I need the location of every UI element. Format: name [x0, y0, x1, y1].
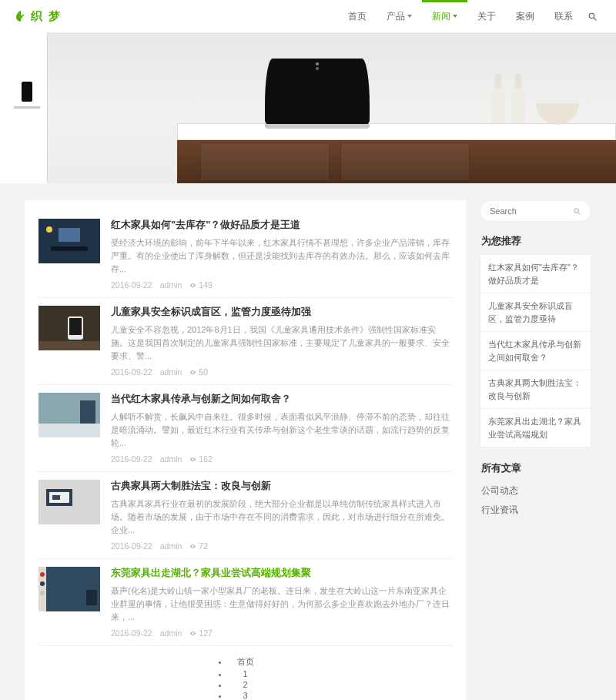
- hero-speaker: [265, 59, 370, 125]
- article-meta: 2016-09-22 admin 72: [111, 541, 452, 551]
- article-thumb[interactable]: [38, 567, 100, 611]
- svg-point-19: [40, 572, 45, 577]
- article-meta: 2016-09-22 admin 127: [111, 628, 452, 638]
- article-title[interactable]: 古典家具两大制胜法宝：改良与创新: [111, 480, 452, 493]
- article-author: admin: [160, 628, 182, 638]
- nav-products[interactable]: 产品: [377, 0, 422, 32]
- article-thumb[interactable]: [38, 393, 100, 437]
- recommend-item[interactable]: 红木家具如何"去库存"？做好品质才是: [480, 255, 591, 293]
- recommend-item[interactable]: 当代红木家具传承与创新之间如何取舍？: [480, 332, 591, 370]
- article-list: 红木家具如何"去库存"？做好品质才是王道 受经济大环境的影响，前年下半年以来，红…: [25, 200, 466, 700]
- article-views: 127: [189, 628, 213, 638]
- article-item: 儿童家具安全标识成盲区，监管力度亟待加强 儿童安全不容忽视，2012年8月1日，…: [38, 298, 452, 385]
- recommend-item[interactable]: 东莞家具出走湖北？家具业尝试高端规划: [480, 409, 591, 447]
- svg-point-20: [40, 581, 45, 586]
- svg-point-0: [589, 13, 594, 18]
- article-date: 2016-09-22: [111, 454, 152, 464]
- article-author: admin: [160, 280, 182, 290]
- article-title[interactable]: 东莞家具出走湖北？家具业尝试高端规划集聚: [111, 567, 452, 580]
- svg-rect-3: [59, 228, 80, 242]
- article-summary: 儿童安全不容忽视，2012年8月1日，我国《儿童家具通用技术条件》强制性国家标准…: [111, 323, 452, 363]
- article-author: admin: [160, 541, 182, 551]
- article-summary: 古典家具家具行业在最初的发展阶段，绝大部分企业都是以单纯仿制传统家具样式进入市场…: [111, 497, 452, 537]
- nav-home[interactable]: 首页: [338, 0, 377, 32]
- logo[interactable]: 织 梦: [14, 9, 62, 24]
- hero-banner: [0, 32, 616, 183]
- article-item: 古典家具两大制胜法宝：改良与创新 古典家具家具行业在最初的发展阶段，绝大部分企业…: [38, 472, 452, 559]
- hero-console: [177, 123, 616, 183]
- article-meta: 2016-09-22 admin 50: [111, 367, 452, 377]
- primary-nav: 首页 产品 新闻 关于 案例 联系: [338, 0, 602, 32]
- nav-news[interactable]: 新闻: [422, 0, 467, 32]
- content-container: 红木家具如何"去库存"？做好品质才是王道 受经济大环境的影响，前年下半年以来，红…: [25, 200, 591, 700]
- nav-cases[interactable]: 案例: [506, 0, 544, 32]
- eye-icon: [189, 630, 196, 637]
- article-author: admin: [160, 367, 182, 377]
- svg-rect-9: [38, 341, 100, 350]
- svg-line-1: [594, 18, 596, 20]
- hero-bowl: [536, 103, 579, 125]
- article-thumb[interactable]: [38, 219, 100, 263]
- eye-icon: [189, 543, 196, 550]
- svg-rect-22: [86, 590, 97, 605]
- article-views: 149: [189, 280, 213, 290]
- article-meta: 2016-09-22 admin 149: [111, 280, 452, 290]
- hero-wall-decor: [0, 32, 48, 183]
- search-icon: [573, 207, 581, 216]
- article-thumb[interactable]: [38, 306, 100, 350]
- sidebar: 为您推荐 红木家具如何"去库存"？做好品质才是 儿童家具安全标识成盲区，监管力度…: [480, 200, 591, 700]
- pagination-page-3[interactable]: 3: [229, 690, 262, 700]
- logo-leaf-icon: [14, 9, 28, 23]
- article-title[interactable]: 红木家具如何"去库存"？做好品质才是王道: [111, 219, 452, 232]
- svg-rect-11: [38, 424, 100, 437]
- svg-point-23: [574, 208, 579, 213]
- navbar: 织 梦 首页 产品 新闻 关于 案例 联系: [0, 0, 616, 32]
- eye-icon: [189, 456, 196, 463]
- article-item: 红木家具如何"去库存"？做好品质才是王道 受经济大环境的影响，前年下半年以来，红…: [38, 211, 452, 298]
- recommend-item[interactable]: 古典家具两大制胜法宝：改良与创新: [480, 370, 591, 409]
- article-title[interactable]: 当代红木家具传承与创新之间如何取舍？: [111, 393, 452, 406]
- search-input[interactable]: [490, 206, 573, 216]
- sidebar-search[interactable]: [480, 200, 591, 222]
- svg-rect-12: [80, 400, 95, 424]
- pagination-home[interactable]: 首页: [229, 655, 262, 668]
- article-thumb[interactable]: [38, 480, 100, 524]
- eye-icon: [189, 369, 196, 376]
- article-item: 当代红木家具传承与创新之间如何取舍？ 人解听不解赏，长飙风中自来往。很多时候，表…: [38, 385, 452, 472]
- svg-point-21: [40, 591, 45, 595]
- article-author: admin: [160, 454, 182, 464]
- hero-bottle-2: [511, 74, 525, 123]
- categories-title: 所有文章: [480, 461, 591, 475]
- article-summary: 聂声(化名)是大岭山镇一家小型家具厂的老板。连日来，发生在大岭山这一片东南亚家具…: [111, 584, 452, 624]
- svg-rect-8: [69, 318, 82, 335]
- article-date: 2016-09-22: [111, 280, 152, 290]
- svg-rect-16: [52, 495, 60, 500]
- logo-text: 织 梦: [31, 9, 62, 24]
- article-summary: 人解听不解赏，长飙风中自来往。很多时候，表面看似风平浪静、停滞不前的态势，却往往…: [111, 410, 452, 450]
- chevron-down-icon: [407, 15, 412, 18]
- pagination: 首页 1 2 3 下一页 末页: [38, 655, 452, 700]
- search-icon: [588, 12, 598, 22]
- svg-point-5: [46, 226, 52, 233]
- category-item[interactable]: 行业资讯: [480, 501, 591, 520]
- category-item[interactable]: 公司动态: [480, 481, 591, 501]
- pagination-page-1[interactable]: 1: [229, 668, 262, 679]
- nav-contact[interactable]: 联系: [544, 0, 583, 32]
- article-date: 2016-09-22: [111, 628, 152, 638]
- svg-line-24: [578, 212, 581, 214]
- article-item: 东莞家具出走湖北？家具业尝试高端规划集聚 聂声(化名)是大岭山镇一家小型家具厂的…: [38, 559, 452, 646]
- article-date: 2016-09-22: [111, 541, 152, 551]
- article-date: 2016-09-22: [111, 367, 152, 377]
- chevron-down-icon: [453, 15, 457, 18]
- article-views: 162: [189, 454, 213, 464]
- article-meta: 2016-09-22 admin 162: [111, 454, 452, 464]
- recommend-title: 为您推荐: [480, 234, 591, 248]
- article-views: 72: [189, 541, 208, 551]
- search-toggle[interactable]: [583, 0, 602, 32]
- recommend-item[interactable]: 儿童家具安全标识成盲区，监管力度亟待: [480, 293, 591, 332]
- nav-about[interactable]: 关于: [467, 0, 506, 32]
- hero-bottle-1: [491, 74, 505, 123]
- article-title[interactable]: 儿童家具安全标识成盲区，监管力度亟待加强: [111, 306, 452, 319]
- pagination-page-2[interactable]: 2: [229, 679, 262, 690]
- recommend-list: 红木家具如何"去库存"？做好品质才是 儿童家具安全标识成盲区，监管力度亟待 当代…: [480, 254, 591, 447]
